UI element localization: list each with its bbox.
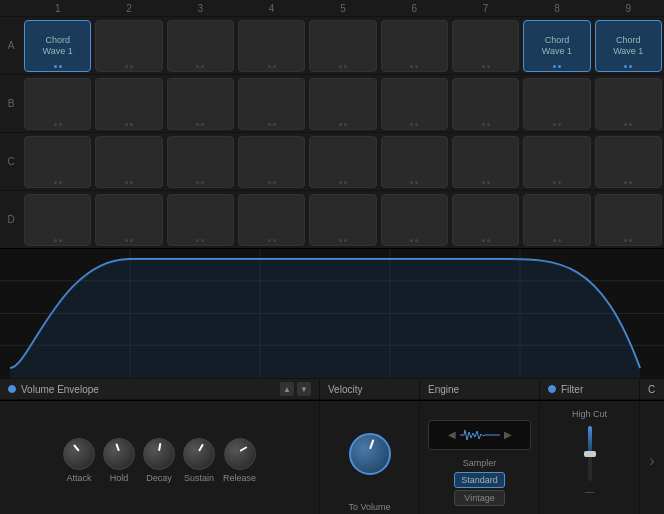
pad-b8[interactable] — [523, 78, 590, 130]
hold-label: Hold — [110, 473, 129, 483]
col-4: 4 — [236, 3, 307, 14]
to-volume-label: To Volume — [348, 502, 390, 512]
volume-envelope-title: Volume Envelope — [21, 384, 99, 395]
pad-a2-dots — [125, 65, 133, 68]
pad-b6[interactable] — [381, 78, 448, 130]
pad-c5[interactable] — [309, 136, 376, 188]
row-c: C — [0, 132, 664, 190]
hold-knob[interactable] — [103, 438, 135, 470]
decay-knob[interactable] — [143, 438, 175, 470]
sampler-label: Sampler — [463, 458, 497, 468]
col-9: 9 — [593, 3, 664, 14]
bottom-controls: Attack Hold Decay Sustain Release To Vol… — [0, 400, 664, 514]
row-a: A ChordWave 1 ChordWave 1 ChordWave 1 — [0, 16, 664, 74]
engine-prev-btn[interactable]: ◀ — [445, 429, 459, 440]
pad-a1[interactable]: ChordWave 1 — [24, 20, 91, 72]
pad-a4[interactable] — [238, 20, 305, 72]
sustain-label: Sustain — [184, 473, 214, 483]
filter-dash-icon: — — [585, 487, 594, 497]
standard-btn[interactable]: Standard — [454, 472, 505, 488]
pad-d6[interactable] — [381, 194, 448, 246]
pad-a6[interactable] — [381, 20, 448, 72]
envelope-arrows: ▲ ▼ — [280, 382, 311, 396]
pad-b1[interactable] — [24, 78, 91, 130]
pad-a7[interactable] — [452, 20, 519, 72]
extra-header: C — [640, 379, 664, 399]
to-volume-knob[interactable] — [349, 433, 391, 475]
engine-next-btn[interactable]: ▶ — [501, 429, 515, 440]
pad-c8[interactable] — [523, 136, 590, 188]
volume-envelope-header: Volume Envelope ▲ ▼ — [0, 379, 320, 399]
engine-display: ◀ ▶ — [428, 420, 531, 450]
filter-power[interactable] — [548, 385, 556, 393]
pad-a5[interactable] — [309, 20, 376, 72]
pad-c4[interactable] — [238, 136, 305, 188]
pad-d2[interactable] — [95, 194, 162, 246]
more-icon: › — [649, 452, 654, 470]
attack-group: Attack — [63, 438, 95, 483]
vintage-btn[interactable]: Vintage — [454, 490, 505, 506]
pad-d7[interactable] — [452, 194, 519, 246]
velocity-section: To Volume — [320, 401, 420, 514]
pad-d4[interactable] — [238, 194, 305, 246]
pad-a4-dots — [268, 65, 276, 68]
filter-title: Filter — [561, 384, 583, 395]
pad-d5[interactable] — [309, 194, 376, 246]
pad-c2[interactable] — [95, 136, 162, 188]
row-b: B — [0, 74, 664, 132]
volume-envelope-knobs: Attack Hold Decay Sustain Release — [0, 401, 320, 514]
pad-a8-dots — [553, 65, 561, 68]
envelope-down-btn[interactable]: ▼ — [297, 382, 311, 396]
pad-d8[interactable] — [523, 194, 590, 246]
pad-d1[interactable] — [24, 194, 91, 246]
pad-a1-label: ChordWave 1 — [43, 35, 73, 57]
pad-a9-label: ChordWave 1 — [613, 35, 643, 57]
col-8: 8 — [521, 3, 592, 14]
engine-title: Engine — [428, 384, 459, 395]
attack-knob[interactable] — [63, 438, 95, 470]
pad-a6-dots — [410, 65, 418, 68]
col-2: 2 — [93, 3, 164, 14]
pad-a9-dots — [624, 65, 632, 68]
pad-a3-dots — [196, 65, 204, 68]
pad-b4[interactable] — [238, 78, 305, 130]
attack-label: Attack — [66, 473, 91, 483]
velocity-title: Velocity — [328, 384, 362, 395]
pad-a5-dots — [339, 65, 347, 68]
release-label: Release — [223, 473, 256, 483]
pad-a8-label: ChordWave 1 — [542, 35, 572, 57]
col-3: 3 — [165, 3, 236, 14]
pad-a2[interactable] — [95, 20, 162, 72]
envelope-up-btn[interactable]: ▲ — [280, 382, 294, 396]
release-group: Release — [223, 438, 256, 483]
filter-slider-wrapper — [588, 423, 592, 483]
pad-b9[interactable] — [595, 78, 662, 130]
col-6: 6 — [379, 3, 450, 14]
pad-a8[interactable]: ChordWave 1 — [523, 20, 590, 72]
filter-header: Filter — [540, 379, 640, 399]
pad-a3[interactable] — [167, 20, 234, 72]
filter-slider-thumb[interactable] — [584, 451, 596, 457]
filter-section: High Cut — — [540, 401, 640, 514]
pad-c7[interactable] — [452, 136, 519, 188]
engine-section: ◀ ▶ Sampler Standard Vintage — [420, 401, 540, 514]
release-knob[interactable] — [224, 438, 256, 470]
extra-label: C — [648, 384, 655, 395]
pad-c3[interactable] — [167, 136, 234, 188]
pad-d9[interactable] — [595, 194, 662, 246]
pad-b2[interactable] — [95, 78, 162, 130]
pad-b5[interactable] — [309, 78, 376, 130]
sustain-knob[interactable] — [183, 438, 215, 470]
pad-c1[interactable] — [24, 136, 91, 188]
engine-options: Standard Vintage — [454, 472, 505, 506]
pad-c9[interactable] — [595, 136, 662, 188]
pad-b3[interactable] — [167, 78, 234, 130]
volume-envelope-power[interactable] — [8, 385, 16, 393]
velocity-header: Velocity — [320, 379, 420, 399]
pad-d3[interactable] — [167, 194, 234, 246]
pad-b7[interactable] — [452, 78, 519, 130]
pad-a9[interactable]: ChordWave 1 — [595, 20, 662, 72]
row-label-d: D — [0, 214, 22, 225]
pad-c6[interactable] — [381, 136, 448, 188]
row-label-a: A — [0, 40, 22, 51]
